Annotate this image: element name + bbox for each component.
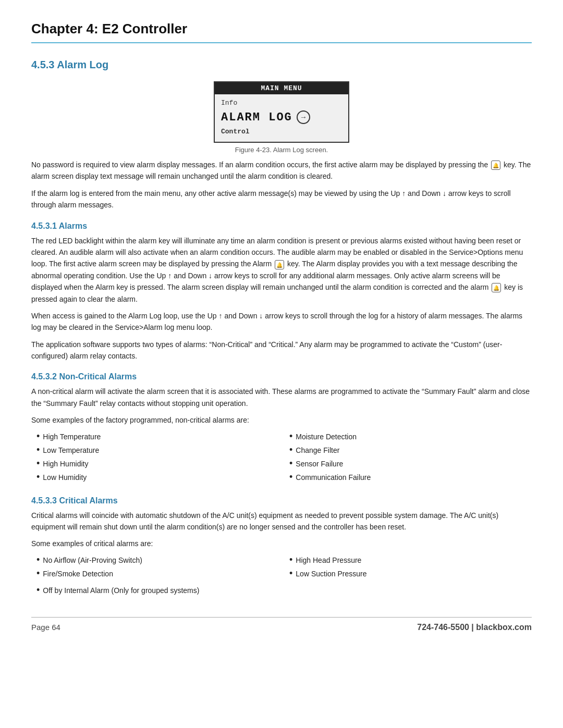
non-critical-col1: •High Temperature •Low Temperature •High… (36, 431, 279, 486)
critical-para-1: Critical alarms will coincide with autom… (31, 510, 532, 533)
list-item: •High Humidity (36, 459, 279, 470)
figure-caption: Figure 4-23. Alarm Log screen. (235, 146, 328, 154)
non-critical-bullets: •High Temperature •Low Temperature •High… (36, 431, 532, 486)
lcd-control: Control (221, 126, 342, 139)
list-item: •Off by Internal Alarm (Only for grouped… (36, 585, 532, 596)
lcd-info: Info (221, 97, 342, 108)
lcd-header: MAIN MENU (215, 82, 348, 94)
list-item: •Low Temperature (36, 445, 279, 456)
list-item: •Sensor Failure (289, 459, 532, 470)
critical-subsection-title: 4.5.3.3 Critical Alarms (31, 496, 532, 505)
list-item: •Low Suction Pressure (289, 569, 532, 579)
page-number: Page 64 (31, 623, 60, 632)
figure-container: MAIN MENU Info ALARM LOG → Control Figur… (31, 81, 532, 154)
list-item: •High Temperature (36, 431, 279, 442)
section-title: 4.5.3 Alarm Log (31, 59, 532, 71)
page-footer: Page 64 724-746-5500 | blackbox.com (31, 617, 532, 632)
alarm-key-icon-3: 🔔 (492, 283, 501, 292)
lcd-alarm-text: ALARM LOG (221, 111, 292, 124)
alarms-subsection: 4.5.3.1 Alarms The red LED backlight wit… (31, 221, 532, 362)
non-critical-subsection-title: 4.5.3.2 Non-Critical Alarms (31, 372, 532, 381)
critical-subsection: 4.5.3.3 Critical Alarms Critical alarms … (31, 496, 532, 596)
footer-contact: 724-746-5500 | blackbox.com (417, 623, 532, 632)
list-item: •Low Humidity (36, 472, 279, 483)
list-item: •High Head Pressure (289, 555, 532, 566)
non-critical-subsection: 4.5.3.2 Non-Critical Alarms A non-critic… (31, 372, 532, 485)
critical-col2: •High Head Pressure •Low Suction Pressur… (289, 555, 532, 582)
chapter-title: Chapter 4: E2 Controller (31, 21, 532, 43)
alarms-para-3: The application software supports two ty… (31, 339, 532, 362)
list-item: •Moisture Detection (289, 431, 532, 442)
alarms-subsection-title: 4.5.3.1 Alarms (31, 221, 532, 231)
alarms-para-1: The red LED backlight within the alarm k… (31, 235, 532, 305)
intro-para-2: If the alarm log is entered from the mai… (31, 188, 532, 211)
non-critical-para-2: Some examples of the factory programmed,… (31, 414, 532, 426)
intro-para-1: No password is required to view alarm di… (31, 159, 532, 182)
non-critical-para-1: A non-critical alarm will activate the a… (31, 386, 532, 409)
list-item: •Communication Failure (289, 472, 532, 483)
lcd-enter-icon: → (297, 110, 310, 124)
lcd-screen: MAIN MENU Info ALARM LOG → Control (214, 81, 349, 143)
alarm-key-icon-1: 🔔 (491, 161, 500, 170)
critical-para-2: Some examples of critical alarms are: (31, 538, 532, 549)
critical-col1: •No Airflow (Air-Proving Switch) •Fire/S… (36, 555, 279, 582)
list-item: •Fire/Smoke Detection (36, 569, 279, 579)
non-critical-col2: •Moisture Detection •Change Filter •Sens… (289, 431, 532, 486)
critical-bullets: •No Airflow (Air-Proving Switch) •Fire/S… (36, 555, 532, 582)
alarm-key-icon-2: 🔔 (275, 260, 284, 269)
list-item: •No Airflow (Air-Proving Switch) (36, 555, 279, 566)
alarms-para-2: When access is gained to the Alarm Log l… (31, 310, 532, 334)
list-item: •Change Filter (289, 445, 532, 456)
